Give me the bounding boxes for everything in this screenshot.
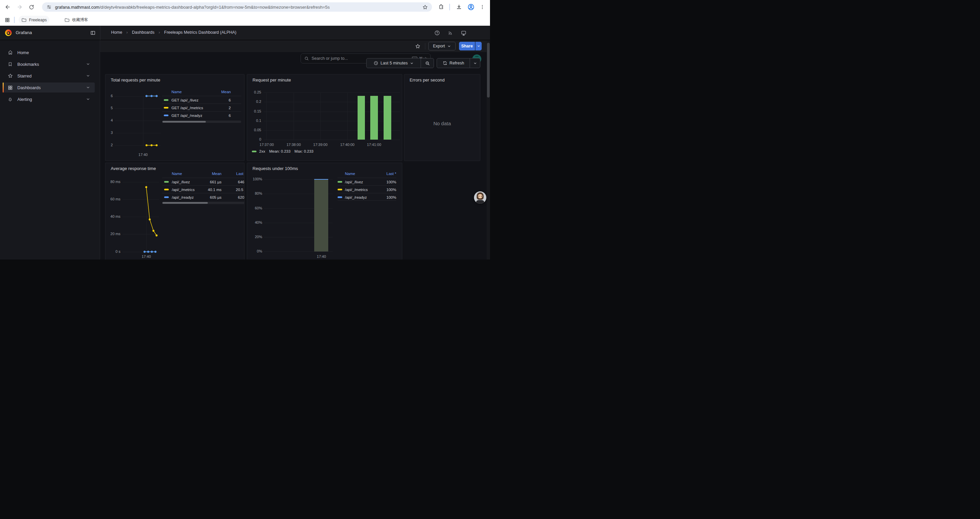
bookmark-folder-blogs[interactable]: 收藏博客	[62, 16, 91, 24]
apps-grid-icon[interactable]	[3, 15, 12, 25]
legend-stat: Max: 0.233	[294, 149, 313, 153]
reload-icon[interactable]	[27, 2, 36, 12]
extensions-icon[interactable]	[437, 2, 446, 12]
legend-row: /api/_/livez100%	[337, 178, 396, 185]
chevron-down-icon[interactable]	[86, 62, 90, 66]
legend-row: GET /api/_/livez6	[162, 96, 241, 104]
url-text[interactable]: grafana.mathmast.com/d/deytv4rwavabkb/fr…	[55, 5, 329, 10]
legend-header-name[interactable]: Name	[172, 90, 182, 94]
legend-value-last: 100%	[387, 186, 396, 193]
legend-series[interactable]: /api/_/livez	[164, 178, 190, 186]
legend-scrollbar-thumb[interactable]	[162, 121, 206, 123]
help-icon[interactable]	[434, 30, 440, 36]
search-icon	[304, 56, 309, 61]
back-icon[interactable]	[3, 2, 12, 12]
address-bar[interactable]: grafana.mathmast.com/d/deytv4rwavabkb/fr…	[42, 2, 432, 12]
sidebar-item-alerting[interactable]: Alerting	[3, 94, 95, 104]
series-name[interactable]: /api/_/livez	[345, 180, 363, 184]
bookmark-folder-freeleaps[interactable]: Freeleaps	[19, 16, 49, 24]
legend-scrollbar[interactable]	[162, 202, 245, 204]
legend-series[interactable]: /api/_/livez	[337, 178, 363, 186]
series-color-pill	[164, 196, 169, 198]
bookmark-star-icon[interactable]	[422, 4, 428, 10]
share-dropdown-button[interactable]	[475, 42, 482, 50]
forward-icon[interactable]	[15, 2, 24, 12]
x-axis-tick: 17:37:00	[259, 143, 274, 147]
export-button[interactable]: Export	[428, 42, 456, 50]
share-button[interactable]: Share	[459, 42, 475, 50]
series-name[interactable]: /api/_/readyz	[172, 195, 194, 200]
legend-series[interactable]: /api/_/readyz	[337, 193, 367, 201]
sidebar-item-starred[interactable]: Starred	[3, 71, 95, 81]
legend-header-name[interactable]: Name	[172, 172, 182, 176]
series-name[interactable]: /api/_/readyz	[345, 195, 367, 200]
screen: grafana.mathmast.com/d/deytv4rwavabkb/fr…	[0, 0, 490, 260]
legend-header-name[interactable]: Name	[345, 172, 355, 176]
legend-header-last[interactable]: Last *	[236, 172, 245, 176]
series-name[interactable]: /api/_/livez	[172, 180, 190, 184]
time-range-picker[interactable]: Last 5 minutes	[366, 58, 421, 68]
breadcrumb-separator: ›	[126, 30, 128, 35]
series-name[interactable]: GET /api/_/metrics	[172, 106, 203, 110]
topbar-divider	[100, 26, 100, 40]
y-axis-tick: 80%	[247, 192, 262, 195]
panel-title[interactable]: Request per minute	[253, 77, 291, 83]
screen-icon[interactable]	[461, 30, 467, 36]
series-color-pill	[164, 181, 169, 183]
panel-requests-under-100ms: 100%80%60%40%20%0%17:40NameLast */api/_/…	[247, 163, 402, 260]
panel-title[interactable]: Total requests per minute	[111, 77, 160, 83]
y-axis-tick: 40%	[247, 220, 262, 224]
legend-series[interactable]: /api/_/readyz	[164, 193, 194, 201]
legend-header-mean[interactable]: Mean	[212, 172, 221, 176]
sidebar-item-bookmarks[interactable]: Bookmarks	[3, 59, 95, 69]
legend-series[interactable]: /api/_/metrics	[337, 186, 368, 193]
chevron-down-icon[interactable]	[86, 86, 90, 89]
chevron-down-icon[interactable]	[86, 74, 90, 78]
legend-series[interactable]: /api/_/metrics	[164, 186, 194, 193]
series-name[interactable]: /api/_/metrics	[345, 188, 368, 192]
gridline	[264, 93, 400, 93]
series-name[interactable]: GET /api/_/readyz	[172, 113, 202, 118]
profile-icon[interactable]	[466, 2, 476, 12]
panel-title[interactable]: Average response time	[111, 166, 156, 171]
panel-title[interactable]: Errors per second	[410, 77, 445, 83]
panel-title[interactable]: Requests under 100ms	[253, 166, 298, 171]
sidebar-item-home[interactable]: Home	[3, 48, 95, 57]
legend-scrollbar[interactable]	[162, 121, 241, 123]
page-scrollbar[interactable]	[487, 40, 490, 260]
download-icon[interactable]	[454, 2, 464, 12]
toolbar-divider	[449, 4, 450, 10]
series-name[interactable]: /api/_/metrics	[172, 188, 194, 192]
breadcrumb-dashboards[interactable]: Dashboards	[132, 30, 154, 35]
no-data-message: No data	[404, 121, 480, 126]
legend-series[interactable]: GET /api/_/readyz	[164, 112, 202, 119]
breadcrumb-home[interactable]: Home	[111, 30, 122, 35]
news-feed-icon[interactable]	[448, 30, 453, 36]
refresh-interval-dropdown[interactable]	[470, 58, 480, 68]
site-settings-icon[interactable]	[46, 4, 52, 10]
sidebar-toggle-icon[interactable]	[90, 30, 96, 36]
series-color-pill	[252, 151, 256, 152]
series-color-pill	[164, 107, 169, 109]
legend-series[interactable]: GET /api/_/livez	[164, 96, 199, 104]
favorite-star-icon[interactable]	[415, 43, 421, 49]
browser-menu-icon[interactable]	[478, 2, 487, 12]
legend-header-mean[interactable]: Mean	[221, 90, 231, 94]
grafana-topbar: Grafana Home › Dashboards › Freeleaps Me…	[0, 26, 490, 40]
zoom-out-button[interactable]	[421, 58, 434, 68]
chevron-down-icon[interactable]	[86, 97, 90, 101]
grafana-logo[interactable]	[5, 29, 12, 36]
series-name[interactable]: 2xx	[259, 149, 265, 153]
sidebar-item-dashboards[interactable]: Dashboards	[3, 83, 95, 93]
legend-header: NameLast *	[337, 170, 396, 178]
series-color-pill	[337, 181, 342, 183]
refresh-button[interactable]: Refresh	[437, 58, 470, 68]
legend-series[interactable]: GET /api/_/metrics	[164, 104, 203, 112]
legend-header-last[interactable]: Last *	[387, 172, 396, 176]
series-name[interactable]: GET /api/_/livez	[172, 98, 199, 102]
legend-value-last: 20.5 ms	[236, 186, 245, 193]
legend-scrollbar-thumb[interactable]	[162, 202, 208, 204]
legend-stat: Mean: 0.233	[269, 149, 291, 153]
assistant-avatar[interactable]	[474, 192, 486, 204]
scrollbar-thumb[interactable]	[487, 43, 490, 97]
